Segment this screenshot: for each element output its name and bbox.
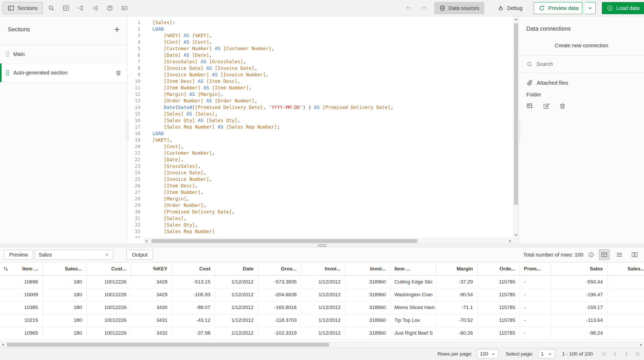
column-header[interactable]: Gros... xyxy=(258,262,301,275)
scroll-left-arrow-icon[interactable] xyxy=(2,344,4,346)
code-line[interactable]: [Cost] AS [Cost], xyxy=(152,39,513,45)
code-line[interactable]: [Invoice Date], xyxy=(152,169,513,176)
drag-handle-icon[interactable] xyxy=(6,51,9,57)
card-view-icon[interactable] xyxy=(629,249,640,260)
code-line[interactable]: [Sales], xyxy=(152,215,513,222)
help-icon[interactable] xyxy=(104,2,116,14)
column-header[interactable]: Item ... xyxy=(0,262,42,275)
column-header[interactable]: Sales xyxy=(550,262,607,275)
next-page-icon[interactable] xyxy=(622,349,631,359)
indent-icon[interactable] xyxy=(75,2,87,14)
code-line[interactable] xyxy=(152,235,513,238)
code-line[interactable]: [Sales] AS [Sales], xyxy=(152,111,513,117)
code-line[interactable]: [Margin], xyxy=(152,195,513,202)
table-selector[interactable]: Sales xyxy=(35,250,113,260)
sidebar-resize-handle[interactable] xyxy=(126,120,128,140)
code-line[interactable]: [Order Number], xyxy=(152,202,513,208)
drag-handle-icon[interactable] xyxy=(6,69,9,76)
scroll-left-arrow-icon[interactable] xyxy=(145,240,147,242)
column-header[interactable]: Sales... xyxy=(42,262,86,275)
scroll-right-arrow-icon[interactable] xyxy=(509,240,511,242)
search-icon[interactable] xyxy=(45,2,57,14)
editor-horizontal-scrollbar[interactable] xyxy=(144,238,513,244)
code-line[interactable]: [%KEY] AS [%KEY], xyxy=(152,32,513,39)
first-page-icon[interactable] xyxy=(600,349,609,359)
data-sources-button[interactable]: Data sources xyxy=(434,2,485,14)
preview-button[interactable]: Preview xyxy=(4,250,33,260)
table-row[interactable]: 10215180100122263431-43.121/12/2012-118.… xyxy=(0,314,644,327)
editor-preview-splitter[interactable] xyxy=(0,244,644,247)
table-row[interactable]: 10965180100122263432-37.981/12/2012-102.… xyxy=(0,327,644,339)
table-row[interactable]: 10696180100122263428-513.151/12/2012-573… xyxy=(0,275,644,288)
connections-resize-handle[interactable] xyxy=(518,120,520,140)
column-header[interactable]: Cost xyxy=(172,262,215,275)
create-connection-button[interactable]: Create new connection xyxy=(519,39,644,56)
column-header[interactable]: Invoi... xyxy=(345,262,390,275)
outdent-icon[interactable] xyxy=(89,2,101,14)
scroll-right-arrow-icon[interactable] xyxy=(640,344,642,346)
section-item[interactable]: Main xyxy=(0,45,127,63)
vertical-scroll-thumb[interactable] xyxy=(514,23,518,205)
code-line[interactable]: [Sales Rep Number] xyxy=(152,228,513,235)
table-row[interactable]: 10385180100122263430-88.071/12/2012-165.… xyxy=(0,301,644,314)
code-line[interactable]: [Cost], xyxy=(152,143,513,150)
previous-page-icon[interactable] xyxy=(611,349,620,359)
section-item[interactable]: Auto-generated section xyxy=(0,63,127,82)
delete-section-button[interactable] xyxy=(114,68,123,77)
code-line[interactable]: Date(Date#([Promised Delivery Date], 'YY… xyxy=(152,104,513,111)
folder-connection-item[interactable]: Folder xyxy=(519,88,644,100)
code-line[interactable]: [GrossSales] AS [GrossSales], xyxy=(152,58,513,65)
column-header[interactable]: Prom... xyxy=(520,262,550,275)
code-lines[interactable]: [Sales]:LOAD [%KEY] AS [%KEY], [Cost] AS… xyxy=(144,16,513,238)
last-page-icon[interactable] xyxy=(632,349,642,359)
code-line[interactable]: [Sales Qty] AS [Sales Qty], xyxy=(152,117,513,124)
horizontal-scroll-thumb[interactable] xyxy=(151,239,417,243)
code-line[interactable]: [Promised Delivery Date], xyxy=(152,208,513,215)
code-line[interactable]: [Item Number], xyxy=(152,189,513,195)
code-line[interactable]: [Item Number] AS [Item Number], xyxy=(152,84,513,91)
code-line[interactable]: LOAD xyxy=(152,130,513,137)
code-line[interactable]: LOAD xyxy=(152,26,513,32)
code-line[interactable]: [Margin] AS [Margin], xyxy=(152,91,513,97)
redo-icon[interactable] xyxy=(418,2,430,14)
column-header[interactable]: Item ... xyxy=(390,262,435,275)
rows-per-page-select[interactable]: 100 xyxy=(477,349,498,358)
output-button[interactable]: Output xyxy=(126,250,153,260)
column-header[interactable]: Sales... xyxy=(607,262,644,275)
script-editor[interactable]: 1234567891011121314151617181920212223242… xyxy=(127,16,519,244)
code-line[interactable]: [Customer Number], xyxy=(152,150,513,156)
scroll-down-arrow-icon[interactable] xyxy=(515,234,517,236)
column-header[interactable]: Orde... xyxy=(477,262,520,275)
column-header[interactable]: %KEY xyxy=(131,262,172,275)
code-line[interactable]: [Sales Qty], xyxy=(152,222,513,228)
table-view-icon[interactable] xyxy=(599,249,609,260)
code-line[interactable]: [Sales]: xyxy=(152,19,513,26)
comment-icon[interactable] xyxy=(60,2,72,14)
edit-connection-icon[interactable] xyxy=(542,101,551,111)
debug-button[interactable]: Debug xyxy=(493,2,527,14)
code-line[interactable]: [%KEY], xyxy=(152,137,513,143)
column-header[interactable]: Cust... xyxy=(86,262,131,275)
code-line[interactable]: [Order Number] AS [Order Number], xyxy=(152,97,513,104)
scroll-up-arrow-icon[interactable] xyxy=(515,18,517,20)
delete-connection-icon[interactable] xyxy=(558,101,567,111)
column-header[interactable]: Margin xyxy=(435,262,477,275)
code-line[interactable]: [Sales Rep Number] AS [Sales Rep Number]… xyxy=(152,124,513,130)
attached-files-item[interactable]: Attached files xyxy=(519,73,644,88)
code-line[interactable]: [Customer Number] AS [Customer Number], xyxy=(152,45,513,52)
table-row[interactable]: 10009180100122263429-105.931/12/2012-204… xyxy=(0,288,644,301)
code-line[interactable]: [Date], xyxy=(152,156,513,163)
code-line[interactable]: [Invoice Number] AS [Invoice Number], xyxy=(152,71,513,78)
load-data-button[interactable]: Load data xyxy=(602,2,644,14)
list-view-icon[interactable] xyxy=(614,249,625,260)
info-icon[interactable] xyxy=(588,252,594,258)
undo-icon[interactable] xyxy=(403,2,415,14)
column-header[interactable]: Date xyxy=(215,262,258,275)
table-scroll-thumb[interactable] xyxy=(7,343,329,347)
table-horizontal-scrollbar[interactable] xyxy=(0,342,644,347)
code-line[interactable]: [Date] AS [Date], xyxy=(152,52,513,58)
code-line[interactable]: [Invoice Number], xyxy=(152,176,513,182)
preview-data-dropdown-button[interactable] xyxy=(585,2,596,14)
column-header[interactable]: Invoi... xyxy=(301,262,345,275)
sections-toggle-button[interactable]: Sections xyxy=(3,2,43,14)
